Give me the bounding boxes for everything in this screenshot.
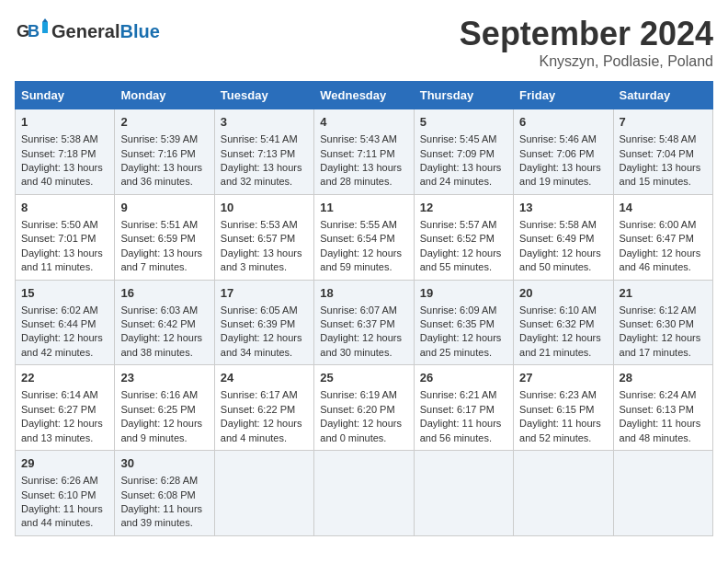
calendar-cell: 12Sunrise: 5:57 AMSunset: 6:52 PMDayligh… — [414, 194, 513, 280]
calendar-cell: 29Sunrise: 6:26 AMSunset: 6:10 PMDayligh… — [16, 451, 115, 536]
month-title: September 2024 — [460, 15, 713, 53]
col-friday: Friday — [514, 82, 613, 109]
svg-marker-3 — [42, 18, 48, 22]
calendar-cell — [314, 451, 414, 536]
page-header: G B GeneralBlue September 2024 Knyszyn, … — [15, 15, 713, 70]
calendar-cell: 9Sunrise: 5:51 AMSunset: 6:59 PMDaylight… — [115, 194, 214, 280]
calendar-week-4: 22Sunrise: 6:14 AMSunset: 6:27 PMDayligh… — [16, 365, 713, 451]
calendar-week-3: 15Sunrise: 6:02 AMSunset: 6:44 PMDayligh… — [16, 280, 713, 365]
calendar-week-5: 29Sunrise: 6:26 AMSunset: 6:10 PMDayligh… — [16, 451, 713, 536]
col-wednesday: Wednesday — [314, 82, 414, 109]
calendar-cell: 30Sunrise: 6:28 AMSunset: 6:08 PMDayligh… — [115, 451, 214, 536]
calendar-cell — [613, 451, 712, 536]
header-row: Sunday Monday Tuesday Wednesday Thursday… — [16, 82, 713, 109]
calendar-cell: 16Sunrise: 6:03 AMSunset: 6:42 PMDayligh… — [115, 280, 214, 365]
svg-text:B: B — [28, 22, 40, 40]
calendar-cell: 7Sunrise: 5:48 AMSunset: 7:04 PMDaylight… — [613, 109, 712, 195]
calendar-week-2: 8Sunrise: 5:50 AMSunset: 7:01 PMDaylight… — [16, 194, 713, 280]
title-block: September 2024 Knyszyn, Podlasie, Poland — [460, 15, 713, 70]
calendar-cell: 18Sunrise: 6:07 AMSunset: 6:37 PMDayligh… — [314, 280, 414, 365]
location: Knyszyn, Podlasie, Poland — [460, 53, 713, 70]
calendar-cell: 8Sunrise: 5:50 AMSunset: 7:01 PMDaylight… — [16, 194, 115, 280]
logo-line2: Blue — [119, 21, 159, 41]
calendar-cell: 26Sunrise: 6:21 AMSunset: 6:17 PMDayligh… — [414, 365, 513, 451]
calendar-cell — [214, 451, 313, 536]
calendar-cell: 19Sunrise: 6:09 AMSunset: 6:35 PMDayligh… — [414, 280, 513, 365]
calendar-cell: 21Sunrise: 6:12 AMSunset: 6:30 PMDayligh… — [613, 280, 712, 365]
calendar-cell: 24Sunrise: 6:17 AMSunset: 6:22 PMDayligh… — [214, 365, 313, 451]
calendar-body: 1Sunrise: 5:38 AMSunset: 7:18 PMDaylight… — [16, 109, 713, 536]
col-thursday: Thursday — [414, 82, 513, 109]
col-sunday: Sunday — [16, 82, 115, 109]
calendar-cell: 22Sunrise: 6:14 AMSunset: 6:27 PMDayligh… — [16, 365, 115, 451]
logo: G B GeneralBlue — [15, 15, 160, 48]
col-saturday: Saturday — [613, 82, 712, 109]
calendar-week-1: 1Sunrise: 5:38 AMSunset: 7:18 PMDaylight… — [16, 109, 713, 195]
col-tuesday: Tuesday — [214, 82, 313, 109]
calendar-cell: 13Sunrise: 5:58 AMSunset: 6:49 PMDayligh… — [514, 194, 613, 280]
calendar-cell — [514, 451, 613, 536]
logo-icon: G B — [15, 15, 48, 48]
calendar-cell: 5Sunrise: 5:45 AMSunset: 7:09 PMDaylight… — [414, 109, 513, 195]
calendar-cell: 1Sunrise: 5:38 AMSunset: 7:18 PMDaylight… — [16, 109, 115, 195]
col-monday: Monday — [115, 82, 214, 109]
calendar-cell: 27Sunrise: 6:23 AMSunset: 6:15 PMDayligh… — [514, 365, 613, 451]
calendar-cell: 25Sunrise: 6:19 AMSunset: 6:20 PMDayligh… — [314, 365, 414, 451]
calendar-table: Sunday Monday Tuesday Wednesday Thursday… — [15, 81, 713, 536]
calendar-cell — [414, 451, 513, 536]
svg-marker-2 — [42, 22, 48, 33]
calendar-cell: 28Sunrise: 6:24 AMSunset: 6:13 PMDayligh… — [613, 365, 712, 451]
calendar-cell: 2Sunrise: 5:39 AMSunset: 7:16 PMDaylight… — [115, 109, 214, 195]
calendar-cell: 17Sunrise: 6:05 AMSunset: 6:39 PMDayligh… — [214, 280, 313, 365]
calendar-cell: 11Sunrise: 5:55 AMSunset: 6:54 PMDayligh… — [314, 194, 414, 280]
calendar-cell: 14Sunrise: 6:00 AMSunset: 6:47 PMDayligh… — [613, 194, 712, 280]
calendar-cell: 15Sunrise: 6:02 AMSunset: 6:44 PMDayligh… — [16, 280, 115, 365]
logo-text: GeneralBlue — [51, 21, 160, 41]
calendar-cell: 4Sunrise: 5:43 AMSunset: 7:11 PMDaylight… — [314, 109, 414, 195]
calendar-cell: 6Sunrise: 5:46 AMSunset: 7:06 PMDaylight… — [514, 109, 613, 195]
calendar-cell: 3Sunrise: 5:41 AMSunset: 7:13 PMDaylight… — [214, 109, 313, 195]
calendar-cell: 23Sunrise: 6:16 AMSunset: 6:25 PMDayligh… — [115, 365, 214, 451]
logo-line1: General — [51, 21, 119, 41]
calendar-cell: 10Sunrise: 5:53 AMSunset: 6:57 PMDayligh… — [214, 194, 313, 280]
calendar-cell: 20Sunrise: 6:10 AMSunset: 6:32 PMDayligh… — [514, 280, 613, 365]
